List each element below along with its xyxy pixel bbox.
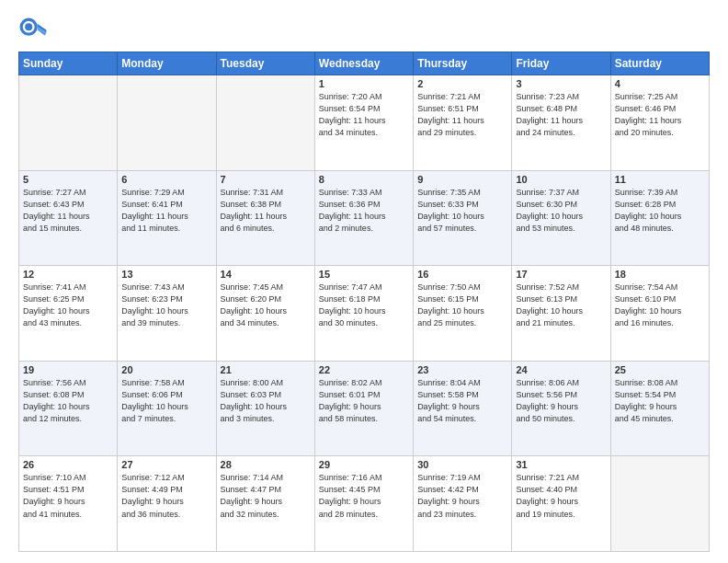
day-info: Sunrise: 7:41 AM Sunset: 6:25 PM Dayligh… [23,282,113,329]
day-number: 10 [516,174,606,185]
day-number: 9 [417,174,507,185]
day-cell: 29Sunrise: 7:16 AM Sunset: 4:45 PM Dayli… [314,456,413,552]
day-number: 17 [516,269,606,280]
day-number: 8 [319,174,409,185]
day-cell: 24Sunrise: 8:06 AM Sunset: 5:56 PM Dayli… [512,361,610,456]
day-info: Sunrise: 8:02 AM Sunset: 6:01 PM Dayligh… [319,377,409,425]
header [18,17,710,46]
day-cell: 15Sunrise: 7:47 AM Sunset: 6:18 PM Dayli… [314,266,413,362]
day-info: Sunrise: 7:37 AM Sunset: 6:30 PM Dayligh… [516,187,606,235]
day-number: 20 [121,364,211,375]
day-cell: 30Sunrise: 7:19 AM Sunset: 4:42 PM Dayli… [414,456,512,552]
day-cell: 1Sunrise: 7:20 AM Sunset: 6:54 PM Daylig… [314,75,413,171]
day-info: Sunrise: 7:19 AM Sunset: 4:42 PM Dayligh… [417,472,507,520]
day-number: 2 [417,78,507,89]
day-number: 29 [319,459,409,470]
day-info: Sunrise: 7:12 AM Sunset: 4:49 PM Dayligh… [121,472,211,520]
day-number: 4 [615,78,705,89]
logo-icon [18,17,48,46]
svg-point-2 [25,23,32,30]
day-cell: 6Sunrise: 7:29 AM Sunset: 6:41 PM Daylig… [118,170,216,266]
day-cell: 8Sunrise: 7:33 AM Sunset: 6:36 PM Daylig… [314,170,413,266]
day-info: Sunrise: 7:54 AM Sunset: 6:10 PM Dayligh… [615,282,705,329]
day-info: Sunrise: 7:56 AM Sunset: 6:08 PM Dayligh… [23,377,113,425]
day-cell: 20Sunrise: 7:58 AM Sunset: 6:06 PM Dayli… [118,361,216,456]
col-header-friday: Friday [512,52,610,75]
day-cell: 13Sunrise: 7:43 AM Sunset: 6:23 PM Dayli… [118,266,216,362]
day-info: Sunrise: 7:27 AM Sunset: 6:43 PM Dayligh… [23,187,113,235]
day-info: Sunrise: 8:04 AM Sunset: 5:58 PM Dayligh… [417,377,507,425]
day-cell: 14Sunrise: 7:45 AM Sunset: 6:20 PM Dayli… [216,266,314,362]
day-info: Sunrise: 7:45 AM Sunset: 6:20 PM Dayligh… [221,282,311,329]
day-cell: 21Sunrise: 8:00 AM Sunset: 6:03 PM Dayli… [216,361,314,456]
day-cell: 11Sunrise: 7:39 AM Sunset: 6:28 PM Dayli… [610,170,709,266]
day-cell: 5Sunrise: 7:27 AM Sunset: 6:43 PM Daylig… [19,170,118,266]
col-header-thursday: Thursday [414,52,512,75]
day-cell [216,75,314,171]
day-cell [19,75,118,171]
day-number: 13 [121,269,211,280]
day-number: 15 [319,269,409,280]
col-header-monday: Monday [118,52,216,75]
day-info: Sunrise: 7:33 AM Sunset: 6:36 PM Dayligh… [319,187,409,235]
day-cell: 18Sunrise: 7:54 AM Sunset: 6:10 PM Dayli… [610,266,709,362]
day-number: 1 [319,78,409,89]
logo [18,17,51,46]
day-number: 18 [615,269,705,280]
day-cell: 31Sunrise: 7:21 AM Sunset: 4:40 PM Dayli… [512,456,610,552]
day-cell [118,75,216,171]
day-number: 30 [417,459,507,470]
calendar: SundayMondayTuesdayWednesdayThursdayFrid… [18,52,710,552]
col-header-saturday: Saturday [610,52,709,75]
day-number: 26 [23,459,113,470]
day-cell: 17Sunrise: 7:52 AM Sunset: 6:13 PM Dayli… [512,266,610,362]
day-info: Sunrise: 7:23 AM Sunset: 6:48 PM Dayligh… [516,91,606,139]
day-number: 7 [221,174,311,185]
day-number: 12 [23,269,113,280]
day-cell [610,456,709,552]
col-header-sunday: Sunday [19,52,118,75]
day-info: Sunrise: 7:25 AM Sunset: 6:46 PM Dayligh… [615,91,705,139]
day-number: 16 [417,269,507,280]
day-cell: 25Sunrise: 8:08 AM Sunset: 5:54 PM Dayli… [610,361,709,456]
day-cell: 22Sunrise: 8:02 AM Sunset: 6:01 PM Dayli… [314,361,413,456]
day-info: Sunrise: 8:08 AM Sunset: 5:54 PM Dayligh… [615,377,705,425]
day-cell: 26Sunrise: 7:10 AM Sunset: 4:51 PM Dayli… [19,456,118,552]
day-number: 21 [221,364,311,375]
day-cell: 7Sunrise: 7:31 AM Sunset: 6:38 PM Daylig… [216,170,314,266]
col-header-tuesday: Tuesday [216,52,314,75]
day-cell: 9Sunrise: 7:35 AM Sunset: 6:33 PM Daylig… [414,170,512,266]
day-cell: 23Sunrise: 8:04 AM Sunset: 5:58 PM Dayli… [414,361,512,456]
day-info: Sunrise: 8:00 AM Sunset: 6:03 PM Dayligh… [221,377,311,425]
week-row-5: 26Sunrise: 7:10 AM Sunset: 4:51 PM Dayli… [19,456,710,552]
day-info: Sunrise: 7:21 AM Sunset: 4:40 PM Dayligh… [516,472,606,520]
day-cell: 16Sunrise: 7:50 AM Sunset: 6:15 PM Dayli… [414,266,512,362]
day-number: 23 [417,364,507,375]
day-number: 31 [516,459,606,470]
week-row-2: 5Sunrise: 7:27 AM Sunset: 6:43 PM Daylig… [19,170,710,266]
day-info: Sunrise: 7:29 AM Sunset: 6:41 PM Dayligh… [121,187,211,235]
page: SundayMondayTuesdayWednesdayThursdayFrid… [0,0,728,563]
day-info: Sunrise: 7:58 AM Sunset: 6:06 PM Dayligh… [121,377,211,425]
day-number: 6 [121,174,211,185]
day-cell: 19Sunrise: 7:56 AM Sunset: 6:08 PM Dayli… [19,361,118,456]
day-info: Sunrise: 7:47 AM Sunset: 6:18 PM Dayligh… [319,282,409,329]
day-info: Sunrise: 7:16 AM Sunset: 4:45 PM Dayligh… [319,472,409,520]
day-info: Sunrise: 7:20 AM Sunset: 6:54 PM Dayligh… [319,91,409,139]
day-info: Sunrise: 7:35 AM Sunset: 6:33 PM Dayligh… [417,187,507,235]
day-number: 11 [615,174,705,185]
day-number: 19 [23,364,113,375]
day-cell: 4Sunrise: 7:25 AM Sunset: 6:46 PM Daylig… [610,75,709,171]
day-info: Sunrise: 7:43 AM Sunset: 6:23 PM Dayligh… [121,282,211,329]
day-cell: 12Sunrise: 7:41 AM Sunset: 6:25 PM Dayli… [19,266,118,362]
day-info: Sunrise: 7:21 AM Sunset: 6:51 PM Dayligh… [417,91,507,139]
day-number: 3 [516,78,606,89]
day-info: Sunrise: 7:31 AM Sunset: 6:38 PM Dayligh… [221,187,311,235]
day-info: Sunrise: 8:06 AM Sunset: 5:56 PM Dayligh… [516,377,606,425]
day-cell: 28Sunrise: 7:14 AM Sunset: 4:47 PM Dayli… [216,456,314,552]
day-number: 14 [221,269,311,280]
day-info: Sunrise: 7:10 AM Sunset: 4:51 PM Dayligh… [23,472,113,520]
day-cell: 2Sunrise: 7:21 AM Sunset: 6:51 PM Daylig… [414,75,512,171]
col-header-wednesday: Wednesday [314,52,413,75]
day-info: Sunrise: 7:52 AM Sunset: 6:13 PM Dayligh… [516,282,606,329]
